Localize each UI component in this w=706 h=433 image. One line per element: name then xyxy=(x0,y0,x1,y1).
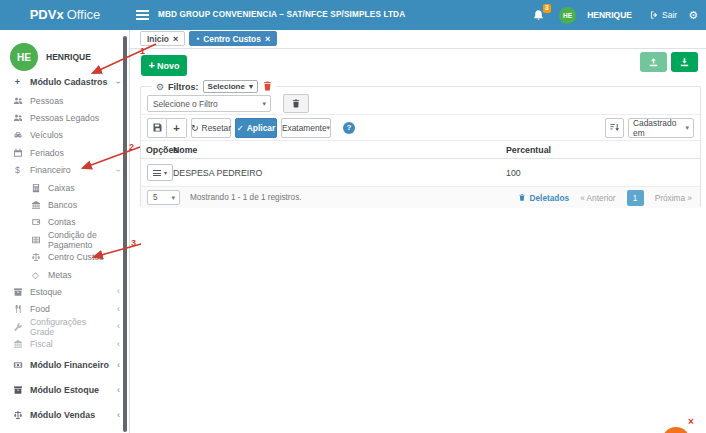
filter-preset-select[interactable]: Selecione ▾ xyxy=(203,80,258,93)
close-icon[interactable]: × xyxy=(173,34,178,44)
filter-select[interactable]: Selecione o Filtro ▾ xyxy=(147,95,271,112)
page-size-select[interactable]: 5 ▾ xyxy=(147,190,180,205)
row-options-button[interactable]: ▾ xyxy=(147,164,173,181)
chevron-down-icon: ‹ xyxy=(114,81,123,84)
menu-icon xyxy=(153,170,161,176)
sidebar-item-configuracoes-grade[interactable]: Configurações Grade‹ xyxy=(0,318,129,335)
sidebar-item-financeiro[interactable]: $Financeiro‹ xyxy=(0,162,129,179)
sidebar-item-caixas[interactable]: Caixas xyxy=(0,179,129,196)
sidebar-item-label: Metas xyxy=(48,270,72,280)
match-mode-value: Exatamente xyxy=(282,123,327,133)
wallet-icon xyxy=(30,217,41,227)
novo-button[interactable]: + Novo xyxy=(141,55,187,76)
content-panel: ⚙ Filtros: Selecione ▾ Selecione o Filtr… xyxy=(140,86,701,208)
clear-filter-button[interactable] xyxy=(283,94,309,113)
sidebar-item-pessoas[interactable]: Pessoas xyxy=(0,92,129,109)
gear-icon: ⚙ xyxy=(156,82,164,92)
caret-down-icon: ▾ xyxy=(249,82,253,91)
annotation-number-3: 3 xyxy=(131,238,136,248)
save-filter-button[interactable] xyxy=(147,118,167,138)
sort-field-select[interactable]: Cadastrado em ▾ xyxy=(628,118,694,138)
aplicar-label: Aplicar xyxy=(247,123,275,133)
top-header: PDVxOffice MBD GROUP CONVENIENCIA – SAT/… xyxy=(0,0,706,30)
deletados-button[interactable]: Deletados xyxy=(518,193,569,203)
company-title: MBD GROUP CONVENIENCIA – SAT/NFCE SP/SIM… xyxy=(158,0,405,30)
sidebar-item-label: Estoque xyxy=(30,287,62,297)
add-filter-button[interactable]: + xyxy=(167,118,187,138)
caret-down-icon: ▾ xyxy=(327,124,331,132)
sidebar-item-centro-custos[interactable]: Centro Custos xyxy=(0,249,129,266)
sidebar-item-pessoas-legados[interactable]: Pessoas Legados xyxy=(0,109,129,126)
chat-widget-close-icon[interactable]: × xyxy=(688,417,694,427)
sidebar-item-feriados[interactable]: Feriados xyxy=(0,144,129,161)
sidebar-item-label: Food xyxy=(30,304,50,314)
caret-down-icon: ▾ xyxy=(262,100,270,108)
chevron-left-icon: ‹ xyxy=(117,287,120,296)
help-icon[interactable]: ? xyxy=(343,122,355,134)
sidebar-item-veiculos[interactable]: Veículos xyxy=(0,127,129,144)
brand-light: Office xyxy=(67,7,101,22)
sidebar-item-metas[interactable]: ◇Metas xyxy=(0,266,129,283)
sidebar-item-fiscal[interactable]: Fiscal‹ xyxy=(0,335,129,352)
sidebar-item-label: Veículos xyxy=(30,130,63,140)
table-row: ▾ DESPESA PEDREIRO 100 xyxy=(141,159,700,187)
delete-filter-button[interactable] xyxy=(262,78,273,96)
sidebar-user-name: HENRIQUE xyxy=(46,52,91,62)
novo-label: Novo xyxy=(157,61,180,71)
sidebar-item-modulo-financeiro[interactable]: Módulo Financeiro‹ xyxy=(0,353,129,378)
aplicar-button[interactable]: ✓ Aplicar xyxy=(235,118,277,138)
bank-icon xyxy=(30,200,41,210)
sidebar-item-bancos[interactable]: Bancos xyxy=(0,196,129,213)
sidebar-item-food[interactable]: Food‹ xyxy=(0,301,129,318)
sidebar-item-contas[interactable]: Contas xyxy=(0,214,129,231)
sidebar-item-label: Caixas xyxy=(48,183,75,193)
caret-down-icon: ▾ xyxy=(685,124,689,132)
sidebar-scrollbar[interactable] xyxy=(123,36,127,432)
header-user-name[interactable]: HENRIQUE xyxy=(587,10,632,20)
chevron-down-icon: ‹ xyxy=(114,169,123,172)
app-logo[interactable]: PDVxOffice xyxy=(0,0,130,30)
logout-button[interactable]: Sair xyxy=(649,10,677,20)
avatar[interactable]: HE xyxy=(559,7,576,24)
export-button[interactable] xyxy=(671,52,698,72)
chat-widget-bubble[interactable] xyxy=(662,427,690,433)
sign-out-icon xyxy=(649,10,659,20)
sidebar-item-estoque[interactable]: Estoque‹ xyxy=(0,283,129,300)
tab-label: Inicio xyxy=(147,34,169,44)
sidebar-item-condicao-de-pagamento[interactable]: Condição de Pagamento xyxy=(0,231,129,248)
trash-icon xyxy=(291,98,301,109)
notifications-button[interactable]: 3 xyxy=(532,7,548,23)
resetar-button[interactable]: ↻ Resetar xyxy=(191,118,231,138)
sidebar-avatar: HE xyxy=(10,43,38,71)
records-summary: Mostrando 1 - 1 de 1 registros. xyxy=(190,193,302,202)
caret-down-icon: ▾ xyxy=(171,194,179,202)
sidebar-item-modulo-cadastros[interactable]: +Módulo Cadastros‹ xyxy=(0,72,129,92)
sort-button[interactable] xyxy=(605,118,624,138)
filter-preset-value: Selecione xyxy=(208,82,245,91)
sidebar-item-label: Feriados xyxy=(30,148,64,158)
cell-nome: DESPESA PEDREIRO xyxy=(173,159,262,187)
next-page-link[interactable]: Próxima » xyxy=(655,193,692,203)
filter-toolbar: + ↻ Resetar ✓ Aplicar Exatamente ▾ ? Cad… xyxy=(141,114,700,141)
tab-centro-custos[interactable]: ● Centro Custos × xyxy=(189,31,277,46)
sidebar-item-modulo-estoque[interactable]: Módulo Estoque‹ xyxy=(0,378,129,403)
sidebar-item-modulo-vendas[interactable]: Módulo Vendas‹ xyxy=(0,403,129,428)
caret-down-icon: ▾ xyxy=(164,169,167,176)
toolbar-right: Cadastrado em ▾ xyxy=(605,118,694,138)
tab-inicio[interactable]: Inicio × xyxy=(140,31,185,46)
sidebar-item-label: Fiscal xyxy=(30,339,53,349)
app-screen: PDVxOffice MBD GROUP CONVENIENCIA – SAT/… xyxy=(0,0,706,433)
settings-gear-icon[interactable]: ⚙ xyxy=(688,0,698,30)
filters-legend: ⚙ Filtros: Selecione ▾ xyxy=(152,79,277,94)
sidebar-item-label: Módulo Estoque xyxy=(30,385,99,395)
sidebar-toggle-icon[interactable] xyxy=(136,10,149,20)
logout-label: Sair xyxy=(662,10,677,20)
scale-icon xyxy=(30,252,41,262)
sidebar-item-label: Contas xyxy=(48,217,76,227)
match-mode-select[interactable]: Exatamente ▾ xyxy=(281,118,331,138)
close-icon[interactable]: × xyxy=(265,34,270,44)
previous-page-link[interactable]: « Anterior xyxy=(580,193,616,203)
sidebar-item-label: Módulo Vendas xyxy=(30,410,95,420)
page-1-button[interactable]: 1 xyxy=(627,190,644,206)
import-button[interactable] xyxy=(640,52,667,72)
